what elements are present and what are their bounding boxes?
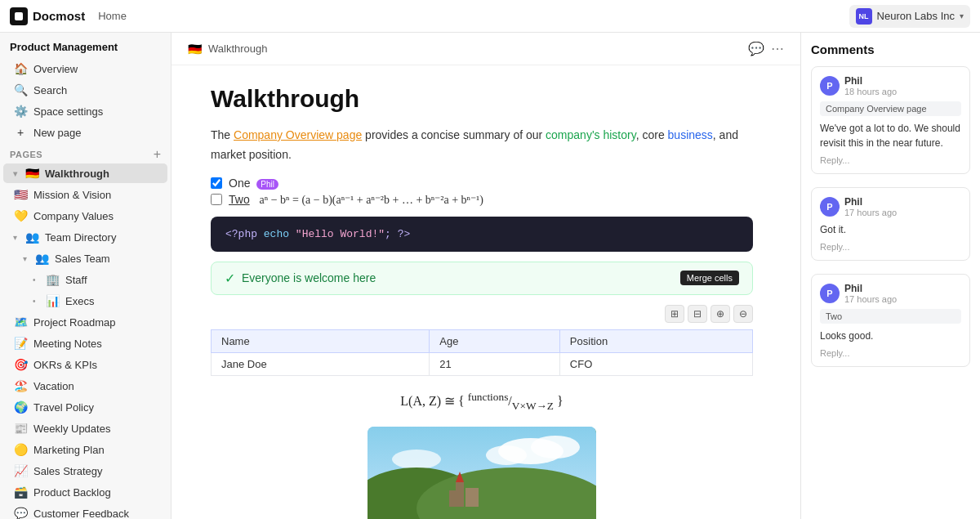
code-echo: echo [264,228,296,240]
checkbox-one-label: One Phil [229,177,278,190]
checkbox-two[interactable] [211,194,222,205]
sidebar-item-values[interactable]: 💛 Company Values [3,206,167,226]
comment-icon[interactable]: 💬 [748,41,764,56]
comment-3-reply[interactable]: Reply... [820,348,961,358]
merge-cells-tooltip: Merge cells [680,271,739,285]
comment-1-author: Phil [844,75,897,87]
company-history-link[interactable]: company's history [546,128,636,141]
checkbox-one[interactable] [211,177,222,189]
more-options-icon[interactable]: ⋯ [771,41,784,56]
sidebar-label-customer-feedback: Customer Feedback [33,508,129,520]
comment-1-time: 18 hours ago [844,87,897,96]
sidebar-item-walkthrough[interactable]: ▾ 🇩🇪 Walkthrough [3,163,167,183]
workspace-selector[interactable]: NL Neuron Labs Inc ▾ [849,5,970,28]
comment-3-avatar: P [820,284,840,303]
check-icon: ✓ [225,271,235,286]
breadcrumb-text: Walkthrough [208,43,268,55]
top-nav-right: NL Neuron Labs Inc ▾ [849,5,970,28]
sidebar-item-new-page[interactable]: + New page [3,123,167,142]
sidebar-item-team-directory[interactable]: ▾ 👥 Team Directory [3,227,167,247]
sidebar-item-okrs[interactable]: 🎯 OKRs & KPIs [3,355,167,374]
sidebar-item-search[interactable]: 🔍 Search [3,80,167,100]
add-page-icon[interactable]: + [154,148,161,161]
comment-1-text: We've got a lot to do. We should revisit… [820,121,961,150]
comment-3-time: 17 hours ago [844,294,897,304]
sidebar-item-sales-strategy[interactable]: 📈 Sales Strategy [3,461,167,481]
sidebar-label-weekly-updates: Weekly Updates [33,423,110,435]
comment-2-reply[interactable]: Reply... [820,242,961,252]
sidebar-label-sales-strategy: Sales Strategy [33,465,103,477]
sidebar-item-overview[interactable]: 🏠 Overview [3,59,167,78]
sidebar-item-customer-feedback[interactable]: 💬 Customer Feedback [3,503,167,519]
sidebar-label-mission: Mission & Vision [33,189,111,201]
svg-rect-0 [15,12,23,20]
sidebar-item-settings[interactable]: ⚙️ Space settings [3,101,167,121]
workspace-name: Product Management [0,33,171,58]
cell-name: Jane Doe [212,352,430,375]
sidebar-label-sales-team: Sales Team [55,253,110,265]
comment-2-avatar: P [820,197,840,217]
sidebar-item-meeting-notes[interactable]: 📝 Meeting Notes [3,333,167,353]
team-icon: 👥 [24,230,39,244]
sidebar-item-staff[interactable]: • 🏢 Staff [3,270,167,289]
success-banner: ✓ Everyone is welcome here Merge cells [211,262,753,295]
vacation-icon: 🏖️ [13,379,28,392]
checkbox-two-label: Two aⁿ − bⁿ = (a − b)(aⁿ⁻¹ + aⁿ⁻²b + … +… [229,193,483,207]
app-logo[interactable]: Docmost [10,7,85,25]
marketing-icon: 🟡 [13,443,28,456]
comments-title: Comments [811,43,970,56]
code-php-close: ; ?> [385,228,410,240]
tree-toggle-team[interactable]: ▾ [13,233,17,242]
comment-3-header: P Phil 17 hours ago [820,283,961,304]
sidebar-label-overview: Overview [33,63,78,75]
home-link[interactable]: Home [98,10,127,22]
col-header-age: Age [430,329,560,352]
sidebar: Product Management 🏠 Overview 🔍 Search ⚙… [0,33,172,519]
sidebar-label-settings: Space settings [33,105,103,118]
comments-panel: Comments P Phil 18 hours ago Company Ove… [800,33,980,519]
sidebar-item-product-backlog[interactable]: 🗃️ Product Backlog [3,482,167,502]
feedback-icon: 💬 [13,507,28,519]
svg-point-3 [531,436,580,459]
sidebar-item-marketing-plan[interactable]: 🟡 Marketing Plan [3,440,167,459]
comment-3-text: Looks good. [820,329,961,343]
main-layout: Product Management 🏠 Overview 🔍 Search ⚙… [0,33,980,519]
data-table: Name Age Position Jane Doe 21 CFO [211,329,753,376]
sidebar-item-mission[interactable]: 🇺🇸 Mission & Vision [3,185,167,204]
star-icon: 💛 [13,209,28,222]
cell-position: CFO [559,352,752,375]
code-block: <?php echo "Hello World!"; ?> [211,217,753,252]
company-overview-link[interactable]: Company Overview page [234,128,362,141]
flag-de-icon: 🇩🇪 [24,167,39,180]
home-icon: 🏠 [13,62,28,75]
column-btn[interactable]: ⊟ [688,305,707,323]
editor-topbar: 🇩🇪 Walkthrough 💬 ⋯ [172,33,800,65]
sidebar-item-execs[interactable]: • 📊 Execs [3,291,167,311]
comment-3: P Phil 17 hours ago Two Looks good. Repl… [811,274,970,367]
add-col-btn[interactable]: ⊕ [710,305,730,323]
workspace-avatar: NL [856,8,872,25]
sidebar-item-travel-policy[interactable]: 🌍 Travel Policy [3,397,167,417]
okrs-icon: 🎯 [13,358,28,371]
sidebar-item-weekly-updates[interactable]: 📰 Weekly Updates [3,418,167,438]
tree-toggle-walkthrough[interactable]: ▾ [13,169,17,178]
logo-icon [10,7,28,25]
svg-point-5 [392,450,441,469]
tree-toggle-sales[interactable]: ▾ [23,254,27,263]
sidebar-item-sales-team[interactable]: ▾ 👥 Sales Team [3,248,167,268]
comment-1-reply[interactable]: Reply... [820,155,961,165]
execs-icon: 📊 [45,294,60,307]
breadcrumb-flag: 🇩🇪 [188,43,202,56]
comment-3-author: Phil [844,283,897,294]
remove-col-btn[interactable]: ⊖ [733,305,753,323]
col-header-position: Position [559,329,752,352]
merge-cells-btn[interactable]: ⊞ [665,305,684,323]
sidebar-label-new-page: New page [33,127,82,139]
sidebar-item-project-roadmap[interactable]: 🗺️ Project Roadmap [3,312,167,332]
svg-rect-11 [449,490,459,507]
travel-icon: 🌍 [13,400,28,414]
sidebar-label-walkthrough: Walkthrough [45,168,109,180]
business-link[interactable]: business [668,128,713,141]
pages-section-header: Pages + [0,143,171,163]
sidebar-item-vacation[interactable]: 🏖️ Vacation [3,376,167,396]
